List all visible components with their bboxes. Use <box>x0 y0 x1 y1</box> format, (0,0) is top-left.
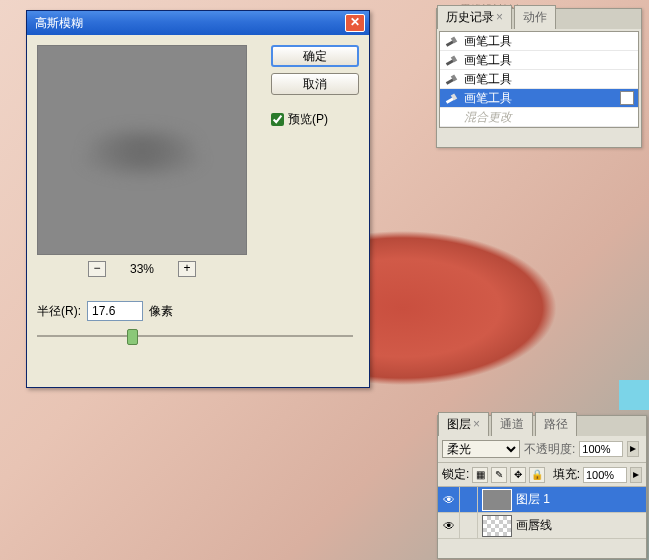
slider-thumb[interactable] <box>127 329 138 345</box>
tab-paths[interactable]: 路径 <box>535 412 577 436</box>
lock-label: 锁定: <box>442 466 469 483</box>
layer-row[interactable]: 👁 画唇线 <box>438 513 646 539</box>
blend-mode-select[interactable]: 柔光 <box>442 440 520 458</box>
history-marker[interactable] <box>620 91 634 105</box>
fill-input[interactable] <box>583 467 627 483</box>
radius-label: 半径(R): <box>37 303 81 320</box>
brush-icon <box>444 53 458 67</box>
fill-label: 填充: <box>553 466 580 483</box>
opacity-arrow[interactable]: ▸ <box>627 441 639 457</box>
zoom-in-button[interactable]: + <box>178 261 196 277</box>
history-item[interactable]: 画笔工具 <box>440 70 638 89</box>
dialog-title: 高斯模糊 <box>35 15 345 32</box>
lock-transparency-icon[interactable]: ▦ <box>472 467 488 483</box>
tab-close-icon[interactable]: × <box>473 417 480 431</box>
preview-label: 预览(P) <box>288 111 328 128</box>
history-item[interactable]: 画笔工具 <box>440 32 638 51</box>
lock-position-icon[interactable]: ✥ <box>510 467 526 483</box>
history-panel: 历史记录× 动作 画笔工具 画笔工具 画笔工具 画笔工具 混合更改 <box>436 8 642 148</box>
close-icon[interactable]: ✕ <box>345 14 365 32</box>
opacity-label: 不透明度: <box>524 441 575 458</box>
layer-name[interactable]: 图层 1 <box>516 491 550 508</box>
link-cell[interactable] <box>460 513 478 538</box>
layer-name[interactable]: 画唇线 <box>516 517 552 534</box>
layer-thumbnail[interactable] <box>482 515 512 537</box>
brush-icon <box>444 91 458 105</box>
gaussian-blur-dialog: 高斯模糊 ✕ − 33% + 确定 取消 预览(P) 半径(R): 像素 <box>26 10 370 388</box>
dialog-titlebar[interactable]: 高斯模糊 ✕ <box>27 11 369 35</box>
tab-channels[interactable]: 通道 <box>491 412 533 436</box>
opacity-input[interactable] <box>579 441 623 457</box>
link-cell[interactable] <box>460 487 478 512</box>
color-swatch <box>619 380 649 410</box>
radius-slider[interactable] <box>37 327 353 345</box>
slider-track <box>37 335 353 337</box>
zoom-out-button[interactable]: − <box>88 261 106 277</box>
visibility-icon[interactable]: 👁 <box>438 513 460 538</box>
ok-button[interactable]: 确定 <box>271 45 359 67</box>
history-item[interactable]: 画笔工具 <box>440 89 638 108</box>
preview-checkbox[interactable] <box>271 113 284 126</box>
radius-unit: 像素 <box>149 303 173 320</box>
layer-thumbnail[interactable] <box>482 489 512 511</box>
visibility-icon[interactable]: 👁 <box>438 487 460 512</box>
history-item[interactable]: 画笔工具 <box>440 51 638 70</box>
tab-actions[interactable]: 动作 <box>514 5 556 29</box>
brush-icon <box>444 34 458 48</box>
preview-area[interactable] <box>37 45 247 255</box>
zoom-percent: 33% <box>130 262 154 276</box>
tab-layers[interactable]: 图层× <box>438 412 489 436</box>
fill-arrow[interactable]: ▸ <box>630 467 642 483</box>
lock-all-icon[interactable]: 🔒 <box>529 467 545 483</box>
preview-checkbox-row[interactable]: 预览(P) <box>271 111 359 128</box>
layer-row[interactable]: 👁 图层 1 <box>438 487 646 513</box>
history-item-faded[interactable]: 混合更改 <box>440 108 638 127</box>
lock-pixels-icon[interactable]: ✎ <box>491 467 507 483</box>
layers-panel: 图层× 通道 路径 柔光 不透明度: ▸ 锁定: ▦ ✎ ✥ 🔒 填充: ▸ 👁… <box>437 415 647 559</box>
cancel-button[interactable]: 取消 <box>271 73 359 95</box>
tab-history[interactable]: 历史记录× <box>437 5 512 29</box>
radius-input[interactable] <box>87 301 143 321</box>
tab-close-icon[interactable]: × <box>496 10 503 24</box>
brush-icon <box>444 72 458 86</box>
history-list: 画笔工具 画笔工具 画笔工具 画笔工具 混合更改 <box>439 31 639 128</box>
preview-content <box>72 120 212 180</box>
